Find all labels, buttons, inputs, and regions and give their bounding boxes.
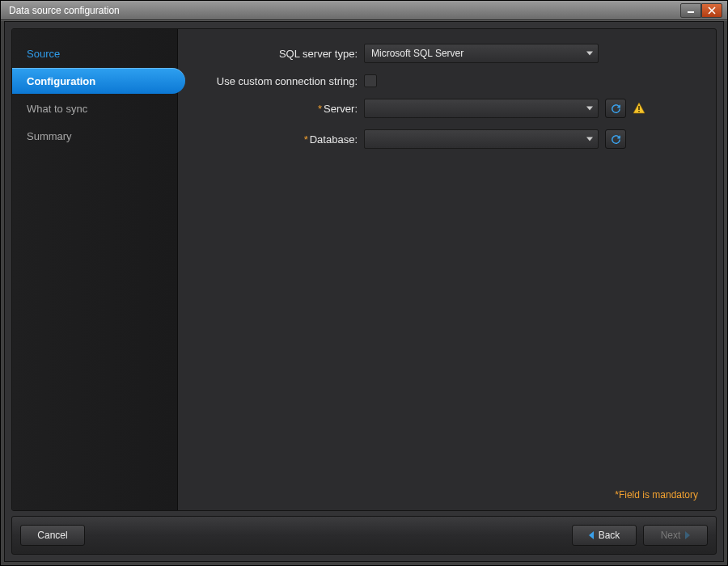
dialog-window: Data source configuration Source Configu… — [0, 0, 728, 566]
sidebar-item-configuration[interactable]: Configuration — [12, 68, 185, 94]
select-value: Microsoft SQL Server — [371, 48, 463, 59]
required-mark: * — [304, 133, 308, 146]
back-button[interactable]: Back — [572, 525, 637, 546]
minimize-button[interactable] — [680, 3, 701, 18]
minimize-icon — [687, 7, 695, 14]
refresh-icon — [610, 133, 622, 146]
button-label: Cancel — [37, 530, 67, 541]
chevron-right-icon — [685, 531, 690, 539]
sidebar-item-label: Source — [27, 48, 60, 60]
required-mark: * — [318, 103, 322, 115]
window-controls — [680, 3, 722, 18]
chevron-down-icon — [586, 107, 593, 111]
select-server[interactable] — [364, 99, 599, 118]
refresh-database-button[interactable] — [605, 129, 626, 149]
svg-rect-0 — [688, 11, 694, 13]
refresh-icon — [610, 103, 622, 115]
mandatory-note: *Field is mandatory — [615, 489, 698, 501]
row-database: *Database: — [178, 129, 698, 149]
label-database: *Database: — [178, 133, 364, 146]
label-database-text: Database: — [310, 133, 358, 146]
row-server: *Server: — [178, 99, 698, 118]
dialog-body: Source Configuration What to sync Summar… — [4, 21, 724, 562]
svg-rect-3 — [638, 106, 640, 110]
footer-bar: Cancel Back Next — [11, 516, 717, 555]
label-sql-server-type: SQL server type: — [178, 48, 364, 60]
sidebar-item-label: What to sync — [27, 103, 87, 115]
sidebar-item-label: Configuration — [27, 75, 95, 87]
titlebar[interactable]: Data source configuration — [1, 1, 727, 20]
chevron-down-icon — [586, 137, 593, 142]
wizard-sidebar: Source Configuration What to sync Summar… — [12, 29, 178, 510]
svg-rect-4 — [638, 111, 640, 112]
row-sql-server-type: SQL server type: Microsoft SQL Server — [178, 44, 698, 63]
sidebar-item-label: Summary — [27, 130, 72, 142]
refresh-server-button[interactable] — [605, 99, 626, 118]
label-server-text: Server: — [324, 103, 358, 115]
chevron-left-icon — [589, 531, 594, 539]
form-panel: SQL server type: Microsoft SQL Server Us… — [178, 29, 716, 510]
checkbox-use-custom-connection[interactable] — [364, 74, 377, 87]
chevron-down-icon — [586, 52, 593, 56]
sidebar-item-summary[interactable]: Summary — [12, 123, 177, 149]
label-server: *Server: — [178, 103, 364, 115]
label-use-custom-connection: Use custom connection string: — [178, 75, 364, 87]
button-label: Next — [661, 530, 681, 541]
window-title: Data source configuration — [9, 5, 680, 16]
content-area: Source Configuration What to sync Summar… — [11, 28, 717, 511]
select-sql-server-type[interactable]: Microsoft SQL Server — [364, 44, 599, 63]
sidebar-item-source[interactable]: Source — [12, 40, 177, 66]
button-label: Back — [599, 530, 620, 541]
close-icon — [708, 6, 716, 15]
cancel-button[interactable]: Cancel — [20, 525, 85, 546]
warning-icon — [633, 102, 645, 115]
next-button[interactable]: Next — [643, 525, 708, 546]
close-button[interactable] — [701, 3, 722, 18]
select-database[interactable] — [364, 129, 599, 149]
sidebar-item-what-to-sync[interactable]: What to sync — [12, 95, 177, 121]
row-use-custom-connection: Use custom connection string: — [178, 74, 698, 87]
